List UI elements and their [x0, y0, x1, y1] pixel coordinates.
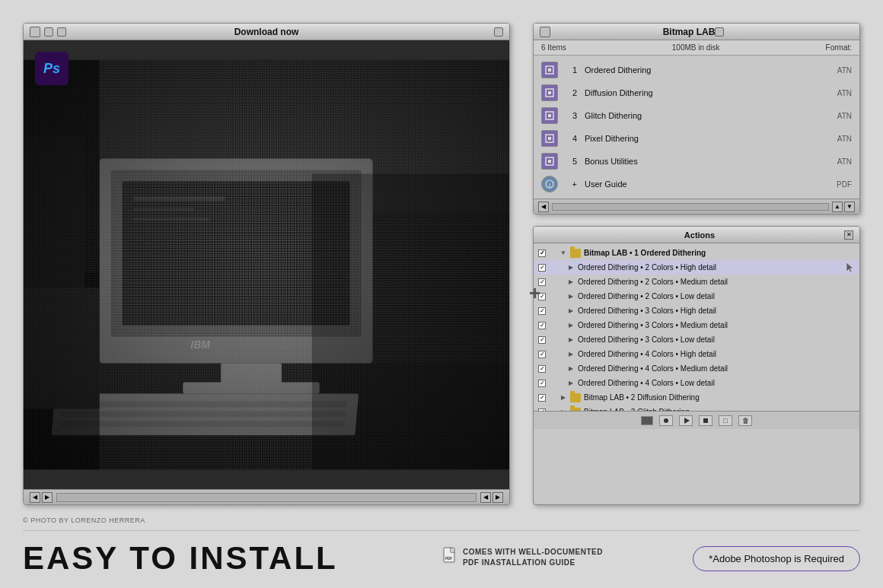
bitmap-item-4[interactable]: 4 Pixel Dithering ATN: [534, 127, 859, 150]
action-expand-9[interactable]: ▶: [567, 365, 575, 373]
bitmap-item-2-icon: [541, 84, 558, 101]
mac-close-btn[interactable]: [30, 27, 40, 37]
action-expand-10[interactable]: ▶: [567, 380, 575, 387]
action-label-5: Ordered Dithering • 3 Colors • High deta…: [578, 307, 855, 315]
action-expand-11[interactable]: ▶: [559, 394, 567, 402]
actions-new-btn[interactable]: □: [719, 415, 732, 426]
scroll-right2-btn[interactable]: ▶: [493, 492, 503, 503]
bitmap-item-1[interactable]: 1 Ordered Dithering ATN: [534, 59, 859, 81]
horizontal-scrollbar[interactable]: [56, 493, 477, 502]
actions-stop-btn[interactable]: [641, 416, 653, 425]
bitmap-item-1-name: Ordered Dithering: [585, 65, 830, 75]
bitmap-item-6-ext: PDF: [837, 180, 852, 189]
action-folder-icon-3: [570, 408, 581, 412]
action-expand-1[interactable]: ▼: [559, 250, 567, 257]
footer-right-text: PDF COMES WITH WELL-DOCUMENTED PDF INAST…: [443, 547, 603, 570]
action-row-4[interactable]: ✓ ▶ Ordered Dithering • 2 Colors • Low d…: [534, 289, 859, 304]
photo-credit: © PHOTO BY LORENZO HERRERA: [23, 516, 860, 524]
action-checkbox-6[interactable]: ✓: [538, 322, 546, 329]
action-label-10: Ordered Dithering • 4 Colors • Low detai…: [578, 379, 855, 387]
actions-stop2-btn[interactable]: [699, 415, 712, 426]
action-checkbox-11[interactable]: ✓: [538, 394, 546, 402]
svg-text:i: i: [549, 183, 550, 188]
mac-window-title: Download now: [234, 27, 299, 37]
action-row-5[interactable]: ✓ ▶ Ordered Dithering • 3 Colors • High …: [534, 304, 859, 318]
bitmap-toolbar: 6 Items 100MB in disk Format:: [534, 40, 859, 56]
mac-minimize-btn[interactable]: [44, 27, 53, 37]
action-row-10[interactable]: ✓ ▶ Ordered Dithering • 4 Colors • Low d…: [534, 376, 859, 390]
actions-bottom-toolbar: □ 🗑: [534, 411, 859, 429]
bitmap-item-3[interactable]: 3 Glitch Dithering ATN: [534, 104, 859, 127]
bitmap-down-btn[interactable]: ▼: [844, 202, 855, 212]
bitmap-scrollbar[interactable]: [552, 203, 829, 211]
action-folder-icon-2: [570, 393, 581, 402]
action-row-7[interactable]: ✓ ▶ Ordered Dithering • 3 Colors • Low d…: [534, 332, 859, 347]
action-label-3: Ordered Dithering • 2 Colors • Medium de…: [578, 278, 855, 286]
actions-delete-btn[interactable]: 🗑: [738, 415, 752, 426]
bitmap-item-5[interactable]: 5 Bonus Utilities ATN: [534, 150, 859, 173]
cursor-icon: [846, 262, 855, 274]
bitmap-resize-btn[interactable]: [715, 27, 724, 37]
bitmap-item-4-num: 4: [566, 134, 577, 143]
bitmap-item-3-name: Glitch Dithering: [585, 111, 830, 120]
bitmap-item-2-name: Diffusion Dithering: [585, 88, 830, 97]
ps-logo: Ps: [35, 52, 69, 85]
footer-content: EASY TO INSTALL PDF COMES WITH WELL-DOCU…: [23, 540, 860, 577]
action-row-3[interactable]: ✓ ▶ Ordered Dithering • 2 Colors • Mediu…: [534, 275, 859, 289]
bitmap-item-3-icon: [541, 107, 558, 124]
bitmap-item-6-num: +: [566, 180, 577, 189]
bitmap-item-1-num: 1: [566, 65, 577, 75]
bitmap-titlebar-controls: [540, 27, 550, 37]
mac-titlebar-right: [494, 27, 503, 37]
bitmap-bottom: ◀ ▲ ▼: [534, 199, 859, 214]
action-row-9[interactable]: ✓ ▶ Ordered Dithering • 4 Colors • Mediu…: [534, 361, 859, 376]
action-expand-7[interactable]: ▶: [567, 336, 575, 344]
action-checkbox-7[interactable]: ✓: [538, 336, 546, 344]
bitmap-item-5-ext: ATN: [837, 157, 852, 166]
bitmap-item-6[interactable]: i + User Guide PDF: [534, 173, 859, 195]
actions-play-btn[interactable]: [679, 415, 693, 426]
scroll-left2-btn[interactable]: ◀: [480, 492, 491, 503]
action-expand-5[interactable]: ▶: [567, 307, 575, 315]
action-row-group-2[interactable]: ✓ ▶ Bitmap LAB • 2 Diffusion Dithering: [534, 390, 859, 405]
action-checkbox-1[interactable]: ✓: [538, 250, 546, 257]
action-checkbox-10[interactable]: ✓: [538, 380, 546, 387]
action-row-6[interactable]: ✓ ▶ Ordered Dithering • 3 Colors • Mediu…: [534, 318, 859, 332]
action-expand-3[interactable]: ▶: [567, 278, 575, 286]
main-container: Download now Ps: [0, 0, 883, 588]
action-expand-4[interactable]: ▶: [567, 293, 575, 300]
mac-maximize-btn[interactable]: [57, 27, 66, 37]
actions-close-btn[interactable]: ✕: [844, 230, 853, 240]
bitmap-close-btn[interactable]: [540, 27, 550, 37]
mac-resize-btn[interactable]: [494, 27, 503, 37]
actions-record-btn[interactable]: [659, 415, 673, 426]
bitmap-item-4-name: Pixel Dithering: [585, 134, 830, 143]
mac-download-window: Download now Ps: [23, 23, 510, 505]
action-expand-2[interactable]: ▶: [567, 264, 575, 272]
ps-required-text: *Adobe Photoshop is Required: [709, 553, 844, 564]
action-row-group-1[interactable]: ✓ ▼ Bitmap LAB • 1 Ordered Dithering: [534, 246, 859, 260]
pdf-icon: PDF: [443, 547, 458, 570]
scroll-left-btn[interactable]: ◀: [30, 492, 40, 503]
scroll-right-btn[interactable]: ▶: [42, 492, 53, 503]
bitmap-item-2[interactable]: 2 Diffusion Dithering ATN: [534, 81, 859, 104]
action-checkbox-8[interactable]: ✓: [538, 351, 546, 358]
action-checkbox-12[interactable]: ✓: [538, 408, 546, 412]
bitmap-up-btn[interactable]: ▲: [832, 202, 843, 212]
action-expand-12[interactable]: ▶: [559, 408, 567, 412]
bitmap-titlebar-spacer: [715, 27, 730, 37]
action-checkbox-9[interactable]: ✓: [538, 365, 546, 373]
computer-svg-art: IBM: [24, 40, 509, 489]
action-row-2[interactable]: ✓ ▶ Ordered Dithering • 2 Colors • High …: [534, 260, 859, 275]
action-expand-8[interactable]: ▶: [567, 351, 575, 358]
ps-required-container: *Adobe Photoshop is Required: [693, 546, 860, 571]
action-row-8[interactable]: ✓ ▶ Ordered Dithering • 4 Colors • High …: [534, 347, 859, 361]
action-row-group-3[interactable]: ✓ ▶ Bitmap LAB • 3 Glitch Dithering: [534, 405, 859, 411]
action-expand-6[interactable]: ▶: [567, 322, 575, 329]
svg-rect-27: [24, 60, 509, 469]
bitmap-scroll-left-btn[interactable]: ◀: [538, 202, 549, 212]
action-checkbox-2[interactable]: ✓: [538, 264, 546, 272]
action-label-6: Ordered Dithering • 3 Colors • Medium de…: [578, 321, 855, 329]
action-label-11: Bitmap LAB • 2 Diffusion Dithering: [584, 393, 855, 402]
action-checkbox-5[interactable]: ✓: [538, 307, 546, 315]
